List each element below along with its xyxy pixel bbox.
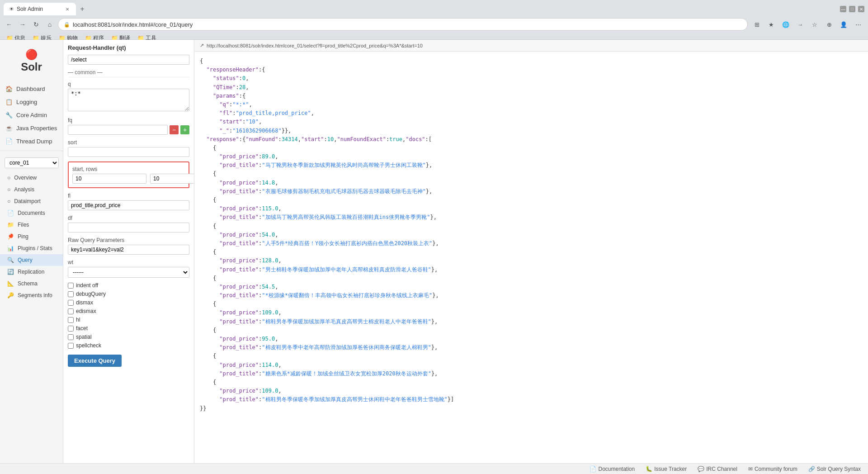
fq-input[interactable] xyxy=(68,125,168,135)
core-nav-replication[interactable]: 🔄 Replication xyxy=(0,266,63,278)
community-forum-icon: ✉ xyxy=(748,466,753,472)
execute-query-button[interactable]: Execute Query xyxy=(68,355,122,367)
app-container: 🔴 Solr 🏠 Dashboard 📋 Logging 🔧 Core Admi… xyxy=(0,40,868,463)
sidebar-item-logging[interactable]: 📋 Logging xyxy=(0,95,63,109)
browser-icon2[interactable]: → xyxy=(794,18,807,31)
close-window-button[interactable]: ✕ xyxy=(858,6,864,12)
back-button[interactable]: ← xyxy=(4,19,14,30)
spellcheck-checkbox[interactable] xyxy=(68,343,74,349)
browser-profile-button[interactable]: 👤 xyxy=(837,18,850,31)
df-input[interactable] xyxy=(68,223,189,232)
fl-input[interactable] xyxy=(68,200,189,210)
sidebar: 🔴 Solr 🏠 Dashboard 📋 Logging 🔧 Core Admi… xyxy=(0,40,63,463)
start-rows-label: start, rows xyxy=(72,166,185,172)
json-line: { xyxy=(200,326,863,335)
core-nav-label: Overview xyxy=(14,175,37,181)
core-select-dropdown[interactable]: core_01 xyxy=(5,157,59,168)
core-nav: ○ Overview ○ Analysis ○ Dataimport 📄 Doc… xyxy=(0,172,63,301)
footer-solr-query-syntax-label: Solr Query Syntax xyxy=(817,466,861,472)
fq-add-button[interactable]: + xyxy=(180,125,189,134)
tab-close-button[interactable]: ✕ xyxy=(64,6,71,12)
edismax-label: edismax xyxy=(76,308,96,314)
wt-select[interactable]: ------ json xml python ruby php csv xyxy=(68,267,189,278)
core-nav-ping[interactable]: 🏓 Ping xyxy=(0,231,63,242)
json-line: "prod_price":109.0, xyxy=(200,387,863,395)
df-group: df xyxy=(68,215,189,232)
sort-label: sort xyxy=(68,139,189,146)
sidebar-item-core-admin[interactable]: 🔧 Core Admin xyxy=(0,109,63,122)
core-nav-schema[interactable]: 📐 Schema xyxy=(0,278,63,289)
indent-off-row: indent off xyxy=(68,282,189,289)
dismax-checkbox[interactable] xyxy=(68,300,74,306)
bookmark-button[interactable]: ★ xyxy=(765,18,778,31)
app-footer: 📄 Documentation 🐛 Issue Tracker 💬 IRC Ch… xyxy=(0,463,868,474)
core-nav-overview[interactable]: ○ Overview xyxy=(0,172,63,184)
browser-icon1[interactable]: 🌐 xyxy=(779,18,792,31)
core-nav-documents[interactable]: 📄 Documents xyxy=(0,207,63,219)
address-lock-icon: 🔒 xyxy=(64,22,70,28)
facet-checkbox[interactable] xyxy=(68,326,74,332)
query-panel: Request-Handler (qt) — common — q *:* fq… xyxy=(63,40,194,463)
irc-channel-icon: 💬 xyxy=(698,466,704,472)
plugins-icon: 📊 xyxy=(7,245,14,251)
forward-button[interactable]: → xyxy=(17,19,28,30)
json-line: "prod_price":109.0, xyxy=(200,308,863,317)
ping-icon: 🏓 xyxy=(7,233,14,240)
core-nav-files[interactable]: 📁 Files xyxy=(0,219,63,231)
results-content[interactable]: { "responseHeader":{ "status":0, "QTime"… xyxy=(194,52,868,463)
minimize-button[interactable]: — xyxy=(840,6,846,12)
core-nav-dataimport[interactable]: ○ Dataimport xyxy=(0,195,63,207)
footer-documentation-link[interactable]: 📄 Documentation xyxy=(590,466,635,472)
fq-row: − + xyxy=(68,125,189,135)
overview-icon: ○ xyxy=(7,175,10,181)
refresh-button[interactable]: ↻ xyxy=(31,19,42,30)
fl-label: fl xyxy=(68,193,189,199)
json-line: "response":{"numFound":34314,"start":10,… xyxy=(200,135,863,144)
sidebar-item-thread-dump[interactable]: 📄 Thread Dump xyxy=(0,135,63,148)
spatial-checkbox[interactable] xyxy=(68,334,74,340)
rows-input[interactable] xyxy=(150,174,194,184)
start-input[interactable] xyxy=(72,174,146,184)
sidebar-item-dashboard[interactable]: 🏠 Dashboard xyxy=(0,82,63,95)
extensions-button[interactable]: ⊞ xyxy=(750,18,763,31)
maximize-button[interactable]: □ xyxy=(849,6,855,12)
url-arrow-icon: ↗ xyxy=(200,43,204,48)
tab-favicon: ☀ xyxy=(9,6,14,12)
footer-irc-channel-link[interactable]: 💬 IRC Channel xyxy=(698,466,737,472)
sidebar-item-label: Logging xyxy=(16,99,37,105)
json-line: "_":"1610362906668"}}, xyxy=(200,127,863,135)
sort-group: sort xyxy=(68,139,189,157)
address-bar[interactable]: 🔒 localhost:8081/solr/index.html#/core_0… xyxy=(58,18,748,31)
hl-checkbox[interactable] xyxy=(68,317,74,323)
json-line: "fl":"prod_title,prod_price", xyxy=(200,109,863,118)
json-line: "prod_title":"人手5件*经典百搭！Y领小女长袖打底衫内搭白色黑色2… xyxy=(200,239,863,248)
json-line: }} xyxy=(200,404,863,413)
sidebar-item-java-properties[interactable]: ☕ Java Properties xyxy=(0,122,63,135)
browser-tab[interactable]: ☀ Solr Admin ✕ xyxy=(4,3,76,15)
core-nav-plugins[interactable]: 📊 Plugins / Stats xyxy=(0,242,63,254)
footer-community-forum-link[interactable]: ✉ Community forum xyxy=(748,466,797,472)
footer-issue-tracker-link[interactable]: 🐛 Issue Tracker xyxy=(646,466,687,472)
fq-remove-button[interactable]: − xyxy=(170,125,179,134)
json-line: { xyxy=(200,300,863,308)
browser-icon3[interactable]: ☆ xyxy=(808,18,821,31)
indent-off-checkbox[interactable] xyxy=(68,283,74,289)
browser-menu-button[interactable]: ⋯ xyxy=(852,18,864,31)
solr-logo-text: Solr xyxy=(21,61,42,73)
request-handler-input[interactable] xyxy=(68,55,189,65)
edismax-checkbox[interactable] xyxy=(68,308,74,314)
wt-label: wt xyxy=(68,259,189,265)
core-nav-segments[interactable]: 🔑 Segments info xyxy=(0,289,63,301)
core-nav-analysis[interactable]: ○ Analysis xyxy=(0,184,63,195)
q-input[interactable]: *:* xyxy=(68,89,189,111)
browser-icon4[interactable]: ⊕ xyxy=(823,18,835,31)
indent-off-label: indent off xyxy=(76,282,98,289)
home-button[interactable]: ⌂ xyxy=(44,19,55,30)
core-nav-query[interactable]: 🔍 Query xyxy=(0,254,63,266)
raw-query-input[interactable] xyxy=(68,245,189,255)
json-line: { xyxy=(200,170,863,178)
new-tab-button[interactable]: + xyxy=(76,3,89,15)
footer-solr-query-syntax-link[interactable]: 🔗 Solr Query Syntax xyxy=(808,466,861,472)
debug-query-checkbox[interactable] xyxy=(68,291,74,297)
sort-input[interactable] xyxy=(68,147,189,157)
